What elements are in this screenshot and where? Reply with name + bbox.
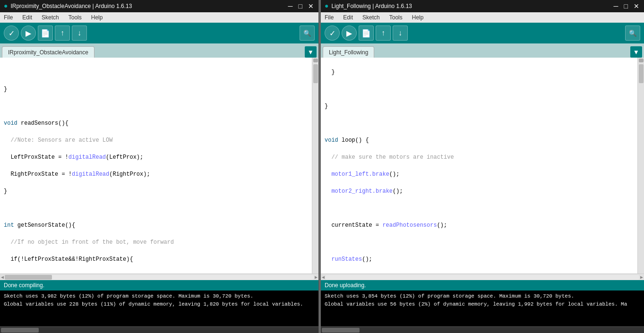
code-line: } <box>4 187 308 196</box>
code-line: } <box>325 68 634 77</box>
left-save-button[interactable]: ↓ <box>72 26 87 41</box>
code-line <box>325 238 634 247</box>
right-menu-tools[interactable]: Tools <box>387 14 404 21</box>
code-line <box>4 68 308 77</box>
right-panel: ● Light_Following | Arduino 1.6.13 ─ □ ✕… <box>321 0 644 333</box>
left-new-button[interactable]: 📄 <box>38 26 53 41</box>
right-console-scroll[interactable]: Sketch uses 3,854 bytes (12%) of program… <box>321 290 644 326</box>
code-line: //Note: Sensors are active LOW <box>4 136 308 145</box>
left-menu-sketch[interactable]: Sketch <box>40 14 61 21</box>
left-code-content: } void readSensors(){ //Note: Sensors ar… <box>4 60 308 273</box>
code-line <box>4 204 308 213</box>
code-line: // make sure the motors are inactive <box>325 153 634 162</box>
code-line <box>325 85 634 94</box>
left-title: IRproximity_ObstacleAvoidance | Arduino … <box>10 3 132 9</box>
left-title-controls: ─ □ ✕ <box>287 3 315 9</box>
right-search-button[interactable]: 🔍 <box>625 26 640 41</box>
left-maximize-button[interactable]: □ <box>298 3 303 9</box>
code-line: runStates(); <box>325 255 634 264</box>
right-scrollbar-v[interactable] <box>637 58 644 273</box>
left-upload-button[interactable]: ▶ <box>21 26 36 41</box>
left-scrollbar-v[interactable] <box>312 58 318 273</box>
right-menu-help[interactable]: Help <box>410 14 426 21</box>
left-menu-edit[interactable]: Edit <box>20 14 34 21</box>
left-console-text: Sketch uses 3,982 bytes (12%) of program… <box>4 292 315 308</box>
code-line: //If no object in front of the bot, move… <box>4 238 308 247</box>
code-line: RightProxState = !digitalRead(RightProx)… <box>4 170 308 179</box>
left-scroll-right[interactable]: ▶ <box>315 274 318 280</box>
left-tab-main[interactable]: IRproximity_ObstacleAvoidance <box>2 46 94 58</box>
right-new-button[interactable]: 📄 <box>359 26 374 41</box>
right-verify-button[interactable]: ✓ <box>325 26 340 41</box>
left-status-bar: Done compiling. <box>0 280 318 290</box>
left-console-scroll[interactable]: Sketch uses 3,982 bytes (12%) of program… <box>0 290 318 326</box>
right-code-content: } } void loop() { // make sure the motor… <box>325 60 634 273</box>
right-menu-bar: File Edit Sketch Tools Help <box>321 12 644 23</box>
code-line: } <box>4 85 308 94</box>
right-status-text: Done uploading. <box>325 282 366 289</box>
left-tab-bar: IRproximity_ObstacleAvoidance ▼ <box>0 43 318 58</box>
left-verify-button[interactable]: ✓ <box>4 26 19 41</box>
right-menu-file[interactable]: File <box>323 14 335 21</box>
code-line: int getSensorState(){ <box>4 221 308 230</box>
left-open-button[interactable]: ↑ <box>55 26 70 41</box>
right-title-controls: ─ □ ✕ <box>613 3 640 9</box>
left-search-button[interactable]: 🔍 <box>300 26 315 41</box>
left-status-text: Done compiling. <box>4 282 44 289</box>
right-console-area: Sketch uses 3,854 bytes (12%) of program… <box>321 290 644 333</box>
right-tab-bar: Light_Following ▼ <box>321 43 644 58</box>
code-line: currentState = readPhotosensors(); <box>325 221 634 230</box>
left-console-scrollbar-h[interactable] <box>0 326 318 333</box>
code-line: } <box>325 102 634 111</box>
left-tab-dropdown[interactable]: ▼ <box>305 46 317 58</box>
right-save-button[interactable]: ↓ <box>393 26 408 41</box>
code-line: motor1_left.brake(); <box>325 170 634 179</box>
code-line: void loop() { <box>325 136 634 145</box>
right-title: Light_Following | Arduino 1.6.13 <box>331 3 412 9</box>
right-app-icon: ● <box>325 2 328 10</box>
code-line <box>325 119 634 128</box>
left-menu-tools[interactable]: Tools <box>67 14 84 21</box>
code-line: if(!LeftProxState&&!RightProxState){ <box>4 255 308 264</box>
code-line: LeftProxState = !digitalRead(LeftProx); <box>4 153 308 162</box>
left-panel: ● IRproximity_ObstacleAvoidance | Arduin… <box>0 0 319 333</box>
left-app-icon: ● <box>4 2 8 10</box>
right-status-bar: Done uploading. <box>321 280 644 290</box>
left-minimize-button[interactable]: ─ <box>287 3 294 9</box>
right-tab-main[interactable]: Light_Following <box>323 46 374 58</box>
right-maximize-button[interactable]: □ <box>623 3 629 9</box>
left-toolbar: ✓ ▶ 📄 ↑ ↓ 🔍 <box>0 23 318 43</box>
code-line <box>4 102 308 111</box>
right-minimize-button[interactable]: ─ <box>613 3 619 9</box>
main-container: ● IRproximity_ObstacleAvoidance | Arduin… <box>0 0 644 333</box>
left-scrollbar-h[interactable]: ◀ ▶ <box>0 273 318 280</box>
right-scroll-right[interactable]: ▶ <box>640 274 643 280</box>
right-console-scrollbar-h[interactable] <box>321 326 644 333</box>
right-menu-sketch[interactable]: Sketch <box>361 14 382 21</box>
right-scroll-left[interactable]: ◀ <box>322 274 325 280</box>
left-console-area: Sketch uses 3,982 bytes (12%) of program… <box>0 290 318 333</box>
left-title-bar: ● IRproximity_ObstacleAvoidance | Arduin… <box>0 0 318 12</box>
right-open-button[interactable]: ↑ <box>376 26 391 41</box>
left-code-area: } void readSensors(){ //Note: Sensors ar… <box>0 58 318 280</box>
right-console-text: Sketch uses 3,854 bytes (12%) of program… <box>325 292 640 308</box>
left-menu-help[interactable]: Help <box>89 14 105 21</box>
right-tab-dropdown[interactable]: ▼ <box>630 46 642 58</box>
code-line: void readSensors(){ <box>4 119 308 128</box>
right-code-area: } } void loop() { // make sure the motor… <box>321 58 644 280</box>
left-menu-bar: File Edit Sketch Tools Help <box>0 12 318 23</box>
right-scrollbar-h[interactable]: ◀ ▶ <box>321 273 644 280</box>
left-scroll-left[interactable]: ◀ <box>1 274 4 280</box>
code-line <box>325 204 634 213</box>
left-close-button[interactable]: ✕ <box>307 3 315 9</box>
right-code-scroll[interactable]: } } void loop() { // make sure the motor… <box>321 58 637 273</box>
right-title-bar: ● Light_Following | Arduino 1.6.13 ─ □ ✕ <box>321 0 644 12</box>
right-toolbar: ✓ ▶ 📄 ↑ ↓ 🔍 <box>321 23 644 43</box>
left-menu-file[interactable]: File <box>2 14 15 21</box>
right-menu-edit[interactable]: Edit <box>341 14 355 21</box>
right-upload-button[interactable]: ▶ <box>342 26 357 41</box>
code-line: motor2_right.brake(); <box>325 187 634 196</box>
left-code-scroll[interactable]: } void readSensors(){ //Note: Sensors ar… <box>0 58 312 273</box>
right-close-button[interactable]: ✕ <box>633 3 640 9</box>
